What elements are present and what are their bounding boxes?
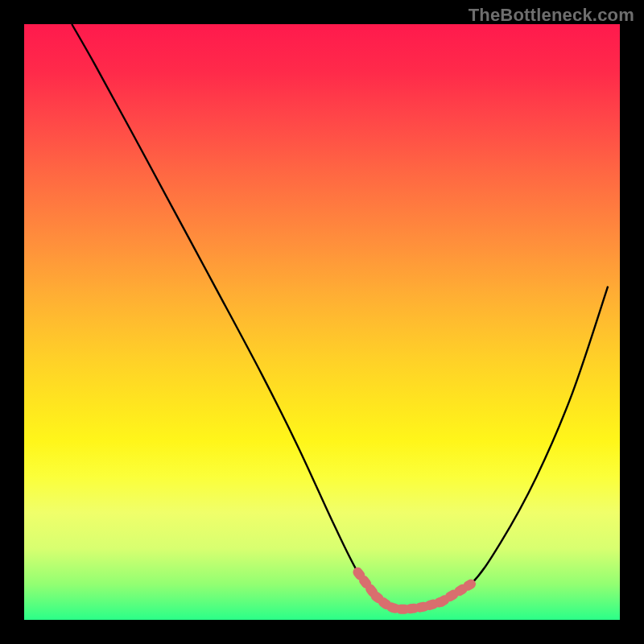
watermark-text: TheBottleneck.com <box>469 5 634 26</box>
chart-curve-svg <box>24 24 620 620</box>
marker-segment-right <box>441 584 471 602</box>
bottleneck-curve <box>72 24 608 609</box>
chart-frame <box>24 24 620 620</box>
marker-segment-bottom <box>376 596 441 609</box>
